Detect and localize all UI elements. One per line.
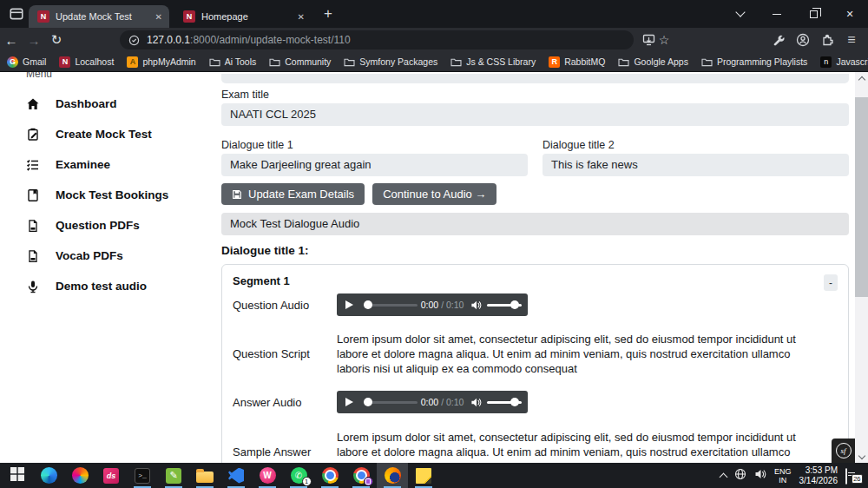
- taskbar-notepadpp[interactable]: ✎: [158, 463, 189, 488]
- install-app-icon[interactable]: [641, 32, 656, 48]
- extensions-puzzle-icon[interactable]: [819, 32, 835, 48]
- page-viewport: Menu Dashboard Create Mock Test Examinee…: [0, 72, 868, 463]
- bookmark-localhost[interactable]: NLocalhost: [59, 56, 114, 68]
- bookmark-folder-programming-playlists[interactable]: Programming Playlists: [701, 56, 807, 68]
- terminal-icon: >_: [135, 468, 150, 484]
- dialogue-title-1-input[interactable]: Make Darjeeling great again: [221, 154, 528, 176]
- bookmark-label: Symfony Packages: [359, 56, 437, 67]
- bookmark-label: Js & CSS Library: [466, 56, 536, 67]
- pdf-file-icon: [26, 249, 40, 263]
- bookmark-label: Ai Tools: [225, 56, 257, 67]
- taskbar-sticky-notes[interactable]: [408, 463, 439, 488]
- profile-icon[interactable]: [795, 32, 811, 48]
- bookmark-folder-google-apps[interactable]: Goolgle Apps: [618, 56, 687, 68]
- tab-homepage[interactable]: N Homepage ✕: [174, 5, 312, 28]
- sidebar-item-dashboard[interactable]: Dashboard: [26, 89, 217, 119]
- bookmark-javascript-online[interactable]: nJavascript Online Com...: [820, 56, 868, 68]
- edge-icon: [41, 467, 57, 484]
- tab-list-chevron-icon[interactable]: [722, 0, 759, 28]
- bookmark-gmail[interactable]: GGmail: [7, 56, 46, 68]
- clock[interactable]: 3:53 PM3/14/2026: [799, 465, 838, 486]
- close-window-button[interactable]: ✕: [832, 0, 868, 28]
- taskbar-chrome-profile[interactable]: [345, 463, 377, 488]
- sidebar-item-demo-test-audio[interactable]: Demo test audio: [26, 271, 217, 301]
- tray-expand-chevron-icon[interactable]: [720, 472, 728, 481]
- scrollbar-down-arrow[interactable]: [855, 451, 868, 463]
- bookmark-folder-js-css-library[interactable]: Js & CSS Library: [450, 56, 536, 68]
- taskbar-chrome[interactable]: [314, 463, 345, 488]
- speaker-icon[interactable]: [754, 468, 766, 484]
- continue-to-audio-button[interactable]: Continue to Audio →: [372, 183, 496, 205]
- bookmark-phpmyadmin[interactable]: AphpMyAdmin: [127, 56, 195, 68]
- notification-center-icon[interactable]: 26: [845, 469, 861, 482]
- back-icon[interactable]: ←: [0, 33, 23, 48]
- bookmark-folder-community[interactable]: Community: [269, 56, 331, 68]
- taskbar-file-explorer[interactable]: [189, 463, 220, 488]
- volume-slider[interactable]: [487, 398, 519, 406]
- minimize-button[interactable]: [759, 0, 795, 28]
- sidebar-item-mock-test-bookings[interactable]: Mock Test Bookings: [26, 180, 217, 210]
- question-script-text: Lorem ipsum dolor sit amet, consectetur …: [337, 332, 812, 376]
- microphone-icon: [26, 280, 40, 293]
- play-icon[interactable]: [345, 300, 353, 309]
- seek-slider[interactable]: [364, 398, 413, 406]
- page-scrollbar[interactable]: [855, 72, 868, 463]
- scrollbar-thumb[interactable]: [855, 97, 868, 297]
- play-icon[interactable]: [345, 398, 353, 406]
- tab-close-icon[interactable]: ✕: [298, 12, 305, 22]
- bookmark-label: phpMyAdmin: [142, 56, 195, 67]
- taskbar-firefox[interactable]: [377, 463, 408, 488]
- browser-menu-icon[interactable]: ≡: [844, 32, 859, 48]
- taskbar-whatsapp[interactable]: ✆1: [283, 463, 314, 488]
- tab-close-icon[interactable]: ✕: [155, 12, 162, 22]
- taskbar-vscode[interactable]: [220, 463, 252, 488]
- bookmark-folder-ai-tools[interactable]: Ai Tools: [209, 56, 257, 68]
- answer-audio-player[interactable]: 0:00/ 0:10: [337, 391, 528, 413]
- update-exam-details-button[interactable]: Update Exam Details: [221, 183, 365, 205]
- taskbar-copilot[interactable]: [64, 463, 95, 488]
- network-icon[interactable]: [734, 468, 746, 484]
- folder-icon: [450, 56, 462, 68]
- taskbar-terminal[interactable]: >_: [127, 463, 158, 488]
- start-button[interactable]: [2, 463, 33, 488]
- language-indicator[interactable]: ENGIN: [774, 467, 792, 485]
- seek-slider[interactable]: [364, 300, 413, 309]
- site-info-icon[interactable]: [128, 35, 140, 46]
- wrench-icon[interactable]: [771, 32, 786, 48]
- volume-icon[interactable]: [470, 300, 482, 311]
- ds-app-icon: ds: [103, 468, 119, 484]
- chrome-icon: [322, 467, 339, 484]
- tab-update-mock-test[interactable]: N Update Mock Test ✕: [29, 5, 169, 28]
- tab-search-icon[interactable]: [9, 6, 24, 22]
- sidebar-item-label: Examinee: [56, 158, 110, 171]
- dialogue-title-2-input[interactable]: This is fake news: [542, 154, 849, 176]
- collapse-segment-button[interactable]: -: [824, 274, 838, 291]
- bookmark-star-icon[interactable]: ☆: [656, 32, 672, 48]
- sidebar-item-label: Create Mock Test: [56, 128, 152, 141]
- taskbar-ds-app[interactable]: ds: [95, 463, 127, 488]
- taskbar-wamp[interactable]: W: [252, 463, 283, 488]
- question-audio-player[interactable]: 0:00/ 0:10: [337, 293, 528, 316]
- volume-slider[interactable]: [487, 300, 519, 309]
- reload-icon[interactable]: ↻: [45, 32, 68, 48]
- symfony-profiler-toggle[interactable]: sf: [832, 439, 855, 463]
- sidebar-item-question-pdfs[interactable]: Question PDFs: [26, 210, 217, 241]
- new-tab-button[interactable]: +: [324, 0, 332, 28]
- scrollbar-up-arrow[interactable]: [855, 72, 868, 84]
- folder-icon: [701, 56, 713, 68]
- admin-sidebar: Menu Dashboard Create Mock Test Examinee…: [0, 72, 217, 463]
- bookmark-folder-symfony-packages[interactable]: Symfony Packages: [344, 56, 437, 68]
- address-bar[interactable]: 127.0.0.1:8000/admin/update-mock-test/11…: [120, 30, 634, 49]
- rabbitmq-icon: R: [549, 56, 560, 68]
- sidebar-item-examinee[interactable]: Examinee: [26, 149, 217, 180]
- taskbar-edge[interactable]: [33, 463, 64, 488]
- bookmark-rabbitmq[interactable]: RRabbitMQ: [549, 56, 605, 68]
- volume-icon[interactable]: [470, 397, 482, 408]
- sidebar-item-vocab-pdfs[interactable]: Vocab PDFs: [26, 241, 217, 271]
- folder-icon: [618, 56, 629, 68]
- windows-taskbar: ds >_ ✎ W ✆1 ENGIN 3:53 PM3/14/2026 26: [0, 463, 868, 488]
- exam-title-input[interactable]: NAATI CCL 2025: [221, 103, 849, 126]
- site-favicon: N: [37, 10, 49, 23]
- restore-button[interactable]: [795, 0, 832, 28]
- sidebar-item-create-mock-test[interactable]: Create Mock Test: [26, 119, 217, 149]
